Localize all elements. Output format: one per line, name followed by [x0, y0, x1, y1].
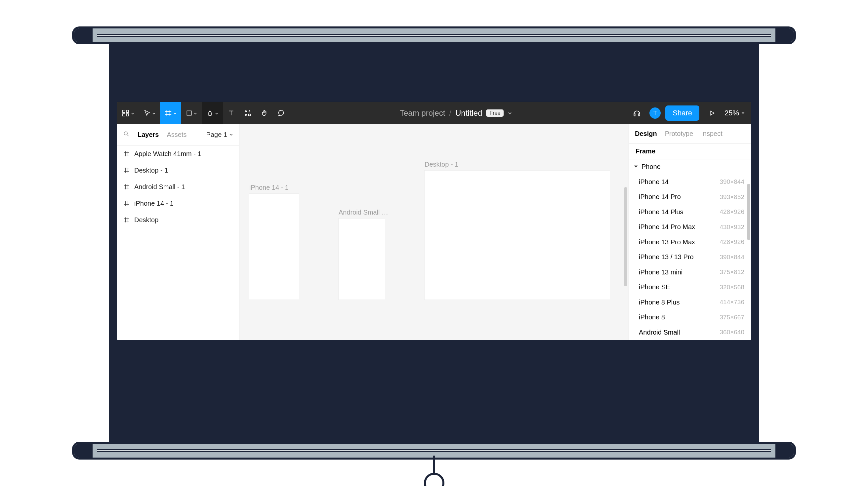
- tab-assets[interactable]: Assets: [167, 131, 187, 138]
- tab-inspect[interactable]: Inspect: [701, 130, 722, 137]
- canvas-scrollbar[interactable]: [624, 187, 627, 286]
- right-panel-scrollbar[interactable]: [747, 184, 750, 240]
- layer-item[interactable]: iPhone 14 - 1: [117, 195, 239, 212]
- frame-preset[interactable]: iPhone 8 Plus414×736: [629, 295, 751, 310]
- frame-tool-button[interactable]: [160, 102, 181, 124]
- projector-top-bar: [72, 27, 796, 44]
- breadcrumb[interactable]: Team project / Untitled Free: [289, 102, 623, 124]
- design-app-window: Team project / Untitled Free T Share 25%: [117, 102, 751, 340]
- svg-point-6: [249, 111, 250, 112]
- svg-point-5: [245, 111, 247, 112]
- frame-preset[interactable]: iPhone SE320×568: [629, 280, 751, 295]
- svg-rect-8: [249, 114, 251, 116]
- layer-item[interactable]: Apple Watch 41mm - 1: [117, 145, 239, 162]
- frame-preset[interactable]: iPhone 14 Pro Max430×932: [629, 220, 751, 235]
- plan-badge[interactable]: Free: [486, 109, 504, 117]
- present-button[interactable]: [704, 110, 720, 117]
- zoom-dropdown[interactable]: 25%: [724, 109, 745, 117]
- tab-layers[interactable]: Layers: [137, 131, 159, 138]
- zoom-value: 25%: [724, 109, 739, 117]
- page-selector[interactable]: Page 1: [206, 131, 233, 138]
- canvas-frame-label[interactable]: Android Small …: [339, 208, 388, 216]
- layer-item[interactable]: Android Small - 1: [117, 179, 239, 195]
- pen-tool-button[interactable]: [202, 102, 223, 124]
- hand-tool-button[interactable]: [256, 102, 273, 124]
- frame-category-phone[interactable]: Phone: [629, 159, 751, 174]
- canvas-frame-android[interactable]: [339, 219, 385, 299]
- layer-item[interactable]: Desktop: [117, 212, 239, 228]
- frame-preset[interactable]: iPhone 13 mini375×812: [629, 264, 751, 280]
- projector-pull-icon: [433, 456, 435, 474]
- canvas-frame-label[interactable]: Desktop - 1: [425, 161, 458, 168]
- frame-section-header: Frame: [629, 143, 751, 159]
- breadcrumb-separator: /: [449, 108, 452, 118]
- layer-item[interactable]: Desktop - 1: [117, 162, 239, 179]
- canvas-frame-label[interactable]: iPhone 14 - 1: [249, 184, 289, 191]
- share-button[interactable]: Share: [665, 105, 700, 121]
- text-tool-button[interactable]: [223, 102, 239, 124]
- svg-rect-2: [123, 114, 125, 116]
- resources-tool-button[interactable]: [239, 102, 256, 124]
- file-dropdown-icon[interactable]: [507, 108, 512, 118]
- frame-preset[interactable]: iPhone 13 / 13 Pro390×844: [629, 250, 751, 265]
- frame-preset[interactable]: iPhone 14 Plus428×926: [629, 204, 751, 220]
- frame-preset[interactable]: iPhone 14390×844: [629, 174, 751, 189]
- comment-tool-button[interactable]: [273, 102, 289, 124]
- svg-rect-0: [123, 110, 125, 112]
- left-panel: Layers Assets Page 1 Apple Watch 41mm - …: [117, 124, 239, 340]
- move-tool-button[interactable]: [139, 102, 160, 124]
- right-panel: Design Prototype Inspect Frame Phone iPh…: [629, 124, 751, 340]
- frame-preset[interactable]: iPhone 8375×667: [629, 310, 751, 325]
- toolbar: Team project / Untitled Free T Share 25%: [117, 102, 751, 124]
- search-icon[interactable]: [123, 131, 130, 139]
- svg-rect-3: [126, 114, 129, 116]
- shape-tool-button[interactable]: [181, 102, 202, 124]
- file-name[interactable]: Untitled: [455, 108, 482, 118]
- tab-prototype[interactable]: Prototype: [665, 130, 693, 137]
- frame-preset[interactable]: iPhone 14 Pro393×852: [629, 189, 751, 205]
- svg-point-7: [245, 115, 247, 116]
- audio-chat-button[interactable]: [629, 109, 645, 117]
- frame-preset[interactable]: Android Small360×640: [629, 325, 751, 340]
- project-name[interactable]: Team project: [400, 108, 445, 118]
- canvas-frame-iphone[interactable]: [249, 194, 299, 299]
- svg-rect-4: [187, 111, 191, 115]
- tab-design[interactable]: Design: [635, 130, 657, 137]
- canvas-frame-desktop[interactable]: [425, 171, 610, 299]
- canvas[interactable]: iPhone 14 - 1 Android Small … Desktop - …: [239, 124, 629, 340]
- svg-rect-1: [126, 110, 129, 112]
- avatar[interactable]: T: [649, 107, 661, 119]
- frame-preset[interactable]: iPhone 13 Pro Max428×926: [629, 234, 751, 250]
- main-menu-button[interactable]: [117, 102, 139, 124]
- svg-point-9: [124, 132, 127, 135]
